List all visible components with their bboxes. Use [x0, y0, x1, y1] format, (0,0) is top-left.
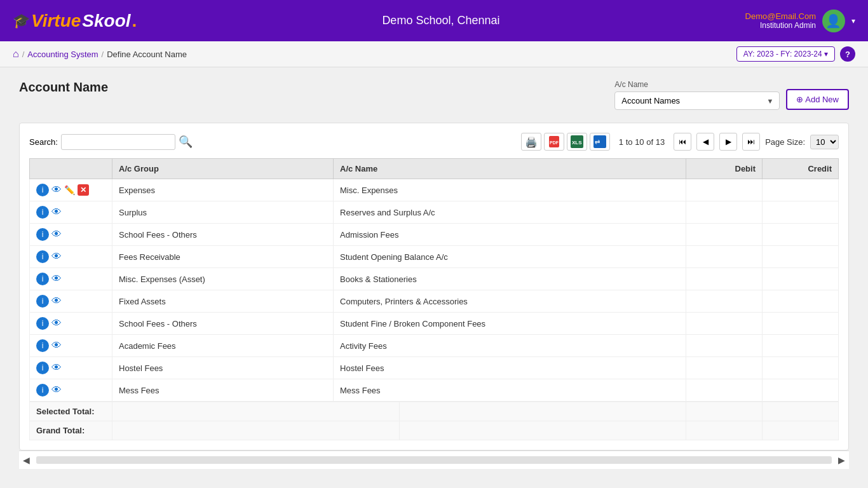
breadcrumb-accounting-system[interactable]: Accounting System: [27, 50, 98, 59]
svg-text:⇄: ⇄: [595, 139, 600, 146]
debit-cell: [686, 201, 763, 224]
action-cell: i 👁: [30, 246, 112, 268]
info-button[interactable]: i: [36, 384, 49, 396]
info-button[interactable]: i: [36, 339, 49, 352]
debit-cell: [686, 246, 763, 268]
last-page-button[interactable]: ⏭: [742, 133, 760, 151]
action-icons: i 👁: [36, 362, 105, 374]
credit-cell: [763, 335, 839, 357]
selected-total-credit-cell: [763, 402, 839, 421]
pdf-button[interactable]: PDF: [544, 133, 564, 151]
debit-cell: [686, 179, 763, 201]
search-input[interactable]: [61, 134, 175, 150]
view-button[interactable]: 👁: [51, 340, 62, 351]
action-icons: i 👁: [36, 250, 105, 263]
table-row: i 👁 Mess FeesMess Fees: [30, 379, 839, 402]
action-icons: i 👁: [36, 384, 105, 396]
selected-total-label-cell: Selected Total:: [30, 402, 112, 421]
scroll-right-arrow[interactable]: ▶: [834, 454, 849, 466]
fy-selector[interactable]: AY: 2023 - FY: 2023-24 ▾: [736, 46, 835, 62]
info-button[interactable]: i: [36, 273, 49, 285]
breadcrumb-sep1: /: [22, 50, 25, 59]
home-icon[interactable]: ⌂: [13, 48, 19, 60]
debit-cell: [686, 290, 763, 313]
ac-group-cell: Expenses: [112, 179, 334, 201]
action-icons: i 👁: [36, 317, 105, 330]
table-row: i 👁 Fixed AssetsComputers, Printers & Ac…: [30, 290, 839, 313]
edit-button[interactable]: ✏️: [64, 185, 75, 195]
credit-cell: [763, 224, 839, 246]
view-button[interactable]: 👁: [51, 362, 62, 374]
first-page-button[interactable]: ⏮: [674, 133, 691, 151]
ac-name-cell: Student Opening Balance A/c: [334, 246, 686, 268]
ac-name-cell: Misc. Expenses: [334, 179, 686, 201]
add-new-button[interactable]: ⊕ Add New: [786, 89, 849, 110]
credit-cell: [763, 179, 839, 201]
logo: 🎓 VirtueSkool.: [13, 11, 137, 31]
pagination-area: 🖨️ PDF XLS ⇄ 1 to 10 of 13 ⏮ ◀ ▶ ⏭ Page: [521, 133, 839, 151]
info-button[interactable]: i: [36, 250, 49, 263]
view-button[interactable]: 👁: [51, 273, 62, 285]
toolbar-icons: 🖨️ PDF XLS ⇄: [521, 133, 610, 151]
user-role: Institution Admin: [745, 21, 816, 30]
action-cell: i 👁: [30, 313, 112, 335]
filter-group: A/c Name Account Names: [614, 80, 780, 110]
avatar: 👤: [822, 10, 845, 32]
action-icons: i 👁: [36, 206, 105, 219]
ac-group-cell: Academic Fees: [112, 335, 334, 357]
ac-name-cell: Books & Stationeries: [334, 268, 686, 290]
col-ac-name: A/c Name: [334, 159, 686, 179]
debit-cell: [686, 224, 763, 246]
table-panel: Search: 🔍 🖨️ PDF XLS ⇄ 1 to 1: [19, 123, 849, 451]
action-icons: i 👁: [36, 295, 105, 308]
breadcrumb-sep2: /: [102, 50, 104, 59]
view-button[interactable]: 👁: [51, 207, 62, 218]
info-button[interactable]: i: [36, 317, 49, 330]
selected-total-name-cell: [399, 402, 686, 421]
page-title: Account Name: [19, 80, 108, 95]
table-row: i 👁 Academic FeesActivity Fees: [30, 335, 839, 357]
debit-cell: [686, 268, 763, 290]
col-actions: [30, 159, 112, 179]
next-page-button[interactable]: ▶: [719, 133, 737, 151]
col-ac-group: A/c Group: [112, 159, 334, 179]
user-dropdown-arrow[interactable]: ▾: [851, 17, 855, 25]
ac-name-filter[interactable]: Account Names: [614, 92, 780, 110]
grand-total-name-cell: [399, 421, 686, 440]
view-button[interactable]: 👁: [51, 184, 62, 196]
scroll-left-arrow[interactable]: ◀: [19, 454, 34, 466]
view-button[interactable]: 👁: [51, 229, 62, 240]
user-info: Demo@Email.Com Institution Admin: [745, 11, 816, 30]
help-button[interactable]: ?: [840, 46, 855, 62]
transfer-button[interactable]: ⇄: [590, 133, 610, 151]
info-button[interactable]: i: [36, 295, 49, 308]
col-debit: Debit: [686, 159, 763, 179]
action-icons: i 👁 ✏️ ✕: [36, 184, 105, 196]
search-button[interactable]: 🔍: [179, 135, 193, 149]
info-button[interactable]: i: [36, 206, 49, 219]
horizontal-scrollbar[interactable]: [36, 456, 832, 464]
view-button[interactable]: 👁: [51, 318, 62, 329]
page-size-label: Page Size:: [765, 137, 805, 147]
ac-name-cell: Admission Fees: [334, 224, 686, 246]
print-button[interactable]: 🖨️: [521, 133, 541, 151]
info-button[interactable]: i: [36, 362, 49, 374]
table-row: i 👁 Misc. Expenses (Asset)Books & Statio…: [30, 268, 839, 290]
info-button[interactable]: i: [36, 228, 49, 241]
breadcrumb: ⌂ / Accounting System / Define Account N…: [13, 48, 187, 60]
view-button[interactable]: 👁: [51, 295, 62, 307]
credit-cell: [763, 357, 839, 379]
ac-group-cell: Misc. Expenses (Asset): [112, 268, 334, 290]
search-area: Search: 🔍: [29, 134, 193, 150]
view-button[interactable]: 👁: [51, 384, 62, 396]
info-button[interactable]: i: [36, 184, 49, 196]
selected-total-group-cell: [112, 402, 400, 421]
excel-button[interactable]: XLS: [567, 133, 587, 151]
delete-button[interactable]: ✕: [78, 184, 89, 196]
grand-total-group-cell: [112, 421, 400, 440]
breadcrumb-right: AY: 2023 - FY: 2023-24 ▾ ?: [736, 46, 855, 62]
action-cell: i 👁: [30, 201, 112, 224]
view-button[interactable]: 👁: [51, 251, 62, 262]
page-size-select[interactable]: 10 25 50: [810, 135, 839, 149]
prev-page-button[interactable]: ◀: [696, 133, 714, 151]
